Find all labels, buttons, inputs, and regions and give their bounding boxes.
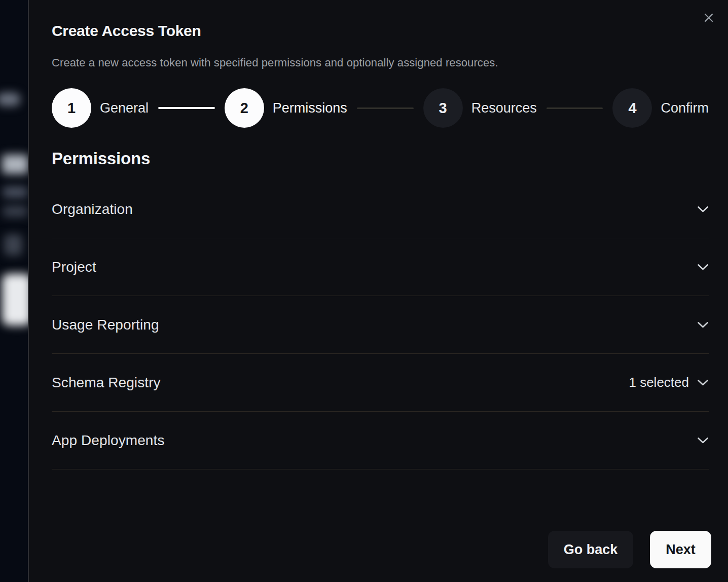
section-organization[interactable]: Organization xyxy=(52,180,709,238)
chevron-down-icon xyxy=(697,321,709,329)
chevron-down-icon xyxy=(697,206,709,213)
modal-subtitle: Create a new access token with specified… xyxy=(52,56,709,69)
go-back-button[interactable]: Go back xyxy=(548,531,633,568)
next-button[interactable]: Next xyxy=(650,531,711,568)
stepper-connector xyxy=(357,107,414,109)
section-project[interactable]: Project xyxy=(52,238,709,296)
selected-count: 1 selected xyxy=(629,375,689,390)
blurred-text-line xyxy=(3,187,27,198)
step-label: General xyxy=(100,100,149,116)
step-label: Confirm xyxy=(661,100,709,116)
stepper-step-confirm[interactable]: 4 Confirm xyxy=(612,88,709,128)
section-label: Organization xyxy=(52,201,133,217)
step-number-badge: 3 xyxy=(423,88,463,128)
blurred-pill xyxy=(0,93,20,106)
step-label: Permissions xyxy=(273,100,347,116)
step-number-badge: 1 xyxy=(52,88,91,128)
stepper-connector xyxy=(158,107,215,109)
close-icon xyxy=(703,12,715,25)
blurred-text-line xyxy=(3,206,27,217)
chevron-down-icon xyxy=(697,379,709,386)
background-page xyxy=(0,0,28,582)
create-access-token-modal: Create Access Token Create a new access … xyxy=(28,0,728,582)
chevron-down-icon xyxy=(697,437,709,444)
stepper-connector xyxy=(547,107,603,109)
blurred-button xyxy=(2,274,28,325)
permissions-heading: Permissions xyxy=(52,149,709,168)
stepper-step-general[interactable]: 1 General xyxy=(52,88,149,128)
blurred-icon xyxy=(4,234,22,256)
section-app-deployments[interactable]: App Deployments xyxy=(52,412,709,469)
section-usage-reporting[interactable]: Usage Reporting xyxy=(52,296,709,354)
stepper-step-resources[interactable]: 3 Resources xyxy=(423,88,537,128)
stepper: 1 General 2 Permissions 3 Resources 4 Co… xyxy=(52,88,709,128)
close-button[interactable] xyxy=(701,10,717,26)
chevron-down-icon xyxy=(697,264,709,271)
section-label: Project xyxy=(52,259,96,275)
blurred-heading xyxy=(2,155,28,174)
modal-title: Create Access Token xyxy=(52,0,709,40)
section-label: Usage Reporting xyxy=(52,317,159,333)
modal-footer: Go back Next xyxy=(548,531,711,568)
stepper-step-permissions[interactable]: 2 Permissions xyxy=(225,88,347,128)
section-label: Schema Registry xyxy=(52,375,161,391)
section-schema-registry[interactable]: Schema Registry 1 selected xyxy=(52,354,709,412)
step-number-badge: 2 xyxy=(225,88,264,128)
section-label: App Deployments xyxy=(52,432,165,449)
permissions-sections: Organization Project xyxy=(52,180,709,469)
step-number-badge: 4 xyxy=(612,88,652,128)
step-label: Resources xyxy=(471,100,537,116)
